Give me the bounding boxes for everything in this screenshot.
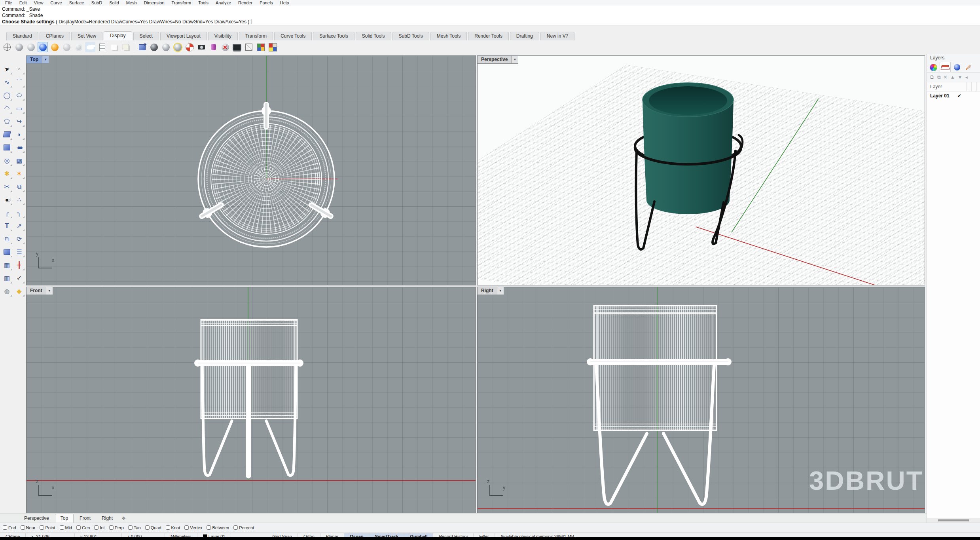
- tab-solid-tools[interactable]: Solid Tools: [356, 32, 391, 40]
- wire-cube-icon[interactable]: [244, 42, 254, 52]
- osnap-int-checkbox[interactable]: [94, 525, 99, 530]
- materials-tab-icon[interactable]: 🖉: [963, 63, 974, 72]
- viewport-title[interactable]: Front: [27, 287, 46, 295]
- tab-transform[interactable]: Transform: [239, 32, 273, 40]
- menu-solid[interactable]: Solid: [106, 0, 122, 5]
- surface-points-icon[interactable]: [1, 128, 13, 141]
- viewport-layout-icon[interactable]: ✥: [119, 515, 129, 523]
- fillet-handles-icon[interactable]: ╮: [13, 206, 25, 219]
- text-object-icon[interactable]: T: [1, 219, 13, 232]
- tab-select[interactable]: Select: [133, 32, 159, 40]
- osnap-percent-checkbox[interactable]: [233, 525, 238, 530]
- osnap-tan-checkbox[interactable]: [128, 525, 133, 530]
- osnap-end-checkbox[interactable]: [3, 525, 7, 530]
- osnap-point-checkbox[interactable]: [40, 525, 44, 530]
- viewport-front[interactable]: Front ▼ z x: [26, 287, 476, 513]
- vptab-top[interactable]: Top: [55, 514, 74, 523]
- curved-surface-icon[interactable]: ◗: [13, 128, 25, 141]
- shade-objects-icon[interactable]: [109, 42, 119, 52]
- osnap-end[interactable]: End: [3, 525, 16, 530]
- arc-icon[interactable]: ◠: [1, 102, 13, 115]
- trim-icon[interactable]: ✂: [1, 180, 13, 193]
- more-icon[interactable]: ◂: [965, 74, 967, 80]
- osnap-quad-checkbox[interactable]: [145, 525, 150, 530]
- tab-surface-tools[interactable]: Surface Tools: [313, 32, 354, 40]
- rotate-icon[interactable]: ⟳: [13, 232, 25, 245]
- menu-surface[interactable]: Surface: [66, 0, 88, 5]
- clear-render-icon[interactable]: ✕: [220, 42, 230, 52]
- tab-drafting[interactable]: Drafting: [510, 32, 539, 40]
- layer-list-area[interactable]: [927, 100, 980, 518]
- curve-control-points-icon[interactable]: ⌒: [13, 76, 25, 89]
- menu-curve[interactable]: Curve: [47, 0, 65, 5]
- osnap-cen-checkbox[interactable]: [76, 525, 81, 530]
- viewport-label-top[interactable]: Top ▼: [27, 56, 49, 64]
- artistic-polar-bear-icon[interactable]: [85, 42, 95, 52]
- menu-view[interactable]: View: [30, 0, 47, 5]
- viewport-label-front[interactable]: Front ▼: [27, 287, 53, 295]
- paint-material-icon[interactable]: ◆: [13, 285, 25, 298]
- align-frame-icon[interactable]: ╂: [13, 259, 25, 272]
- linear-array-icon[interactable]: ☰: [13, 245, 25, 259]
- display-options-grid-icon[interactable]: [267, 42, 278, 52]
- move-down-icon[interactable]: ▼: [958, 74, 963, 80]
- fillet-curve-icon[interactable]: ╭: [1, 206, 13, 219]
- osnap-mid-checkbox[interactable]: [60, 525, 64, 530]
- layers-tab-icon[interactable]: [940, 62, 951, 72]
- spheres-icon[interactable]: ●●: [13, 141, 25, 154]
- osnap-point[interactable]: Point: [40, 525, 55, 530]
- display-tab-icon[interactable]: [952, 63, 962, 72]
- viewport-label-perspective[interactable]: Perspective ▼: [478, 56, 518, 64]
- osnap-near[interactable]: Near: [21, 525, 36, 530]
- delete-layer-icon[interactable]: ✕: [944, 74, 948, 80]
- menu-dimension[interactable]: Dimension: [140, 0, 168, 5]
- tab-curve-tools[interactable]: Curve Tools: [274, 32, 312, 40]
- render-sun-ring-icon[interactable]: [172, 42, 183, 52]
- color-cube-icon[interactable]: [256, 42, 266, 52]
- curve-interpolate-icon[interactable]: ∿: [1, 76, 13, 89]
- shaded-icon[interactable]: [14, 42, 24, 52]
- cycle-display-icon[interactable]: ⟳: [137, 42, 147, 52]
- ellipse-icon[interactable]: ⬭: [13, 89, 25, 102]
- copy-layer-icon[interactable]: ⧉: [937, 74, 941, 80]
- fullscreen-monitor-icon[interactable]: [232, 42, 242, 52]
- single-point-icon[interactable]: ○: [13, 63, 25, 76]
- chevron-down-icon[interactable]: ▼: [497, 287, 504, 295]
- tab-standard[interactable]: Standard: [6, 32, 38, 40]
- move-icon[interactable]: ↗: [13, 219, 25, 232]
- menu-tools[interactable]: Tools: [195, 0, 212, 5]
- select-pointer-icon[interactable]: ➤: [1, 63, 13, 76]
- osnap-quad[interactable]: Quad: [145, 525, 161, 530]
- shaded-mono-icon[interactable]: [26, 42, 36, 52]
- tab-mesh-tools[interactable]: Mesh Tools: [430, 32, 467, 40]
- viewport-title[interactable]: Perspective: [478, 56, 511, 63]
- render-icon[interactable]: [149, 42, 159, 52]
- tab-set-view[interactable]: Set View: [71, 32, 102, 40]
- circle-icon[interactable]: ◯: [1, 89, 13, 102]
- menu-analyze[interactable]: Analyze: [212, 0, 235, 5]
- viewport-top[interactable]: Top ▼ y x: [26, 55, 476, 285]
- osnap-perp[interactable]: Perp: [109, 525, 124, 530]
- osnap-between[interactable]: Between: [207, 525, 229, 530]
- tab-visibility[interactable]: Visibility: [208, 32, 238, 40]
- group-cylinders-icon[interactable]: ▥: [1, 272, 13, 285]
- viewport-title[interactable]: Right: [478, 287, 497, 295]
- move-up-icon[interactable]: ▲: [950, 74, 955, 80]
- chevron-down-icon[interactable]: ▼: [42, 56, 49, 63]
- ghosted-icon[interactable]: [61, 42, 72, 52]
- command-history[interactable]: Command: _Save Command: _Shade Choose Sh…: [0, 6, 980, 25]
- tab-subd-tools[interactable]: SubD Tools: [392, 32, 429, 40]
- rectangle-icon[interactable]: ▭: [13, 102, 25, 115]
- menu-panels[interactable]: Panels: [256, 0, 277, 5]
- shade-selected-icon[interactable]: [121, 42, 131, 52]
- solid-box-icon[interactable]: [1, 245, 13, 259]
- explode-icon[interactable]: ✶: [13, 167, 25, 180]
- curve-corner-icon[interactable]: ↪: [13, 115, 25, 128]
- osnap-perp-checkbox[interactable]: [109, 525, 114, 530]
- menu-transform[interactable]: Transform: [168, 0, 195, 5]
- check-selection-icon[interactable]: ✓: [13, 272, 25, 285]
- rendered-icon[interactable]: [38, 42, 48, 52]
- osnap-vertex-checkbox[interactable]: [184, 525, 189, 530]
- render-preview-icon[interactable]: [161, 42, 171, 52]
- menu-file[interactable]: File: [2, 0, 16, 5]
